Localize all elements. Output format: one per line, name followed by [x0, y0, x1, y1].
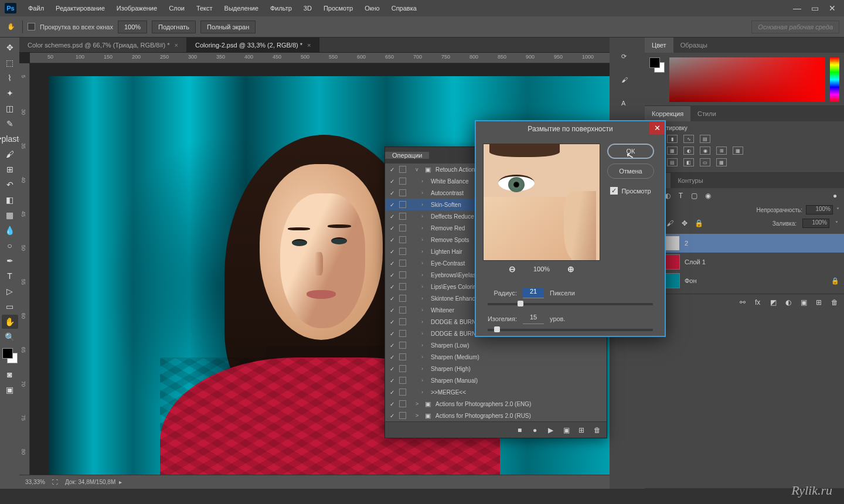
history-brush-tool[interactable]: ↶	[2, 178, 18, 192]
action-dialog-toggle[interactable]	[399, 224, 406, 231]
quickmask-tool[interactable]: ◙	[2, 367, 18, 382]
action-dialog-toggle[interactable]	[399, 342, 406, 349]
marquee-tool[interactable]: ⬚	[2, 56, 18, 70]
wand-tool[interactable]: ✦	[2, 86, 18, 100]
lasso-tool[interactable]: ⌇	[2, 71, 18, 85]
action-check[interactable]: ✓	[389, 224, 396, 231]
opacity-input[interactable]: 100%	[806, 205, 833, 214]
action-dialog-toggle[interactable]	[399, 400, 406, 407]
action-row[interactable]: ✓›Sharpen (Manual)	[385, 374, 607, 386]
adj-layer-icon[interactable]: ◐	[785, 298, 794, 307]
fit-button[interactable]: Подогнать	[152, 21, 196, 33]
expand-icon[interactable]: ›	[421, 331, 427, 336]
type-tool[interactable]: T	[2, 269, 18, 283]
action-check[interactable]: ✓	[389, 201, 396, 208]
close-icon[interactable]: ✕	[825, 3, 839, 13]
screenmode-tool[interactable]: ▣	[2, 383, 18, 397]
expand-icon[interactable]: ›	[421, 213, 427, 219]
action-row[interactable]: ✓›>>MERGE<<	[385, 386, 607, 398]
link-layers-icon[interactable]: ⚯	[740, 298, 748, 307]
action-check[interactable]: ✓	[389, 213, 396, 220]
workspace-label[interactable]: Основная рабочая среда	[751, 21, 839, 33]
layer-filter-icon[interactable]: ◉	[703, 192, 712, 200]
action-dialog-toggle[interactable]	[399, 271, 406, 278]
poster-adj-icon[interactable]: ▤	[667, 158, 678, 166]
action-check[interactable]: ✓	[389, 330, 396, 337]
action-dialog-toggle[interactable]	[399, 412, 406, 419]
maximize-icon[interactable]: ▭	[808, 3, 822, 13]
expand-icon[interactable]: ›	[421, 190, 427, 196]
action-dialog-toggle[interactable]	[399, 307, 406, 314]
radius-input[interactable]: 21	[523, 288, 544, 298]
action-dialog-toggle[interactable]	[399, 318, 406, 325]
layer-row[interactable]: Слой 1	[645, 253, 844, 271]
expand-icon[interactable]: >	[416, 401, 421, 407]
menu-изображение[interactable]: Изображение	[111, 2, 163, 14]
layer-filter-icon[interactable]: ▢	[690, 192, 699, 200]
color-swatch[interactable]	[2, 348, 18, 363]
crop-tool[interactable]: ◫	[2, 101, 18, 115]
action-check[interactable]: ✓	[389, 412, 396, 419]
curves-adj-icon[interactable]: ∿	[683, 135, 694, 143]
expand-icon[interactable]: ›	[421, 272, 427, 278]
action-check[interactable]: ✓	[389, 178, 396, 185]
expand-icon[interactable]: ›	[421, 377, 427, 383]
action-check[interactable]: ✓	[389, 365, 396, 372]
tab-coloring2[interactable]: Coloring-2.psd @ 33,3% (2, RGB/8) *×	[187, 38, 319, 52]
expand-icon[interactable]: ›	[421, 202, 427, 207]
panel-color-swatch[interactable]	[649, 57, 665, 73]
brush-panel-icon[interactable]: 🖌	[621, 76, 633, 88]
menu-просмотр[interactable]: Просмотр	[318, 2, 359, 14]
action-dialog-toggle[interactable]	[399, 283, 406, 290]
layer-name[interactable]: Фон	[685, 277, 697, 284]
action-row[interactable]: ✓>▣Actions for Photographers 2.0 (RUS)	[385, 410, 607, 421]
blur-tool[interactable]: 💧	[2, 223, 18, 237]
layer-filter-icon[interactable]: T	[676, 192, 685, 200]
stamp-tool[interactable]: ⊞	[2, 162, 18, 176]
trash-icon[interactable]: 🗑	[594, 426, 602, 434]
lock-all-icon[interactable]: 🔒	[695, 219, 703, 228]
action-dialog-toggle[interactable]	[399, 353, 406, 360]
expand-icon[interactable]: ›	[421, 366, 427, 372]
play-icon[interactable]: ▶	[548, 426, 556, 434]
tab-swatches[interactable]: Образцы	[673, 38, 714, 53]
dodge-tool[interactable]: ○	[2, 239, 18, 253]
minimize-icon[interactable]: ―	[790, 3, 804, 13]
shape-tool[interactable]: ▭	[2, 299, 18, 314]
record-icon[interactable]: ●	[533, 426, 541, 434]
photo-filter-icon[interactable]: ◉	[700, 147, 710, 155]
menu-справка[interactable]: Справка	[386, 2, 423, 14]
menu-слои[interactable]: Слои	[163, 2, 190, 14]
action-check[interactable]: ✓	[389, 166, 396, 173]
lock-pos-icon[interactable]: ✥	[680, 219, 689, 228]
scroll-all-checkbox[interactable]	[28, 23, 35, 30]
action-row[interactable]: ✓›Sharpen (Medium)	[385, 351, 607, 363]
zoom-value-button[interactable]: 100%	[118, 21, 147, 33]
radius-slider[interactable]	[488, 303, 653, 305]
status-zoom[interactable]: 33,33%	[25, 479, 45, 485]
eraser-tool[interactable]: ◧	[2, 193, 18, 207]
action-dialog-toggle[interactable]	[399, 166, 406, 173]
actions-tab[interactable]: Операции	[385, 152, 429, 159]
layer-filter-toggle[interactable]: ●	[831, 192, 839, 200]
action-dialog-toggle[interactable]	[399, 330, 406, 337]
tab-colorschemes[interactable]: Color schemes.psd @ 66,7% (Триада, RGB/8…	[19, 38, 187, 52]
menu-редактирование[interactable]: Редактирование	[50, 2, 111, 14]
expand-icon[interactable]: ›	[421, 342, 427, 348]
action-dialog-toggle[interactable]	[399, 178, 406, 185]
expand-icon[interactable]: ›	[421, 284, 427, 290]
action-row[interactable]: ✓›Sharpen (Low)	[385, 339, 607, 351]
action-check[interactable]: ✓	[389, 318, 396, 325]
lock-paint-icon[interactable]: 🖌	[665, 219, 674, 228]
gradmap-adj-icon[interactable]: ▭	[700, 158, 710, 166]
new-action-icon[interactable]: ⊞	[578, 426, 587, 434]
action-check[interactable]: ✓	[389, 236, 396, 243]
layer-name[interactable]: 2	[685, 240, 688, 247]
tab-paths[interactable]: Контуры	[671, 173, 710, 188]
action-check[interactable]: ✓	[389, 400, 396, 407]
action-check[interactable]: ✓	[389, 248, 396, 255]
expand-icon[interactable]: ›	[421, 260, 427, 266]
expand-icon[interactable]: ›	[421, 319, 427, 325]
tab-close-icon[interactable]: ×	[307, 42, 311, 49]
exposure-adj-icon[interactable]: ▤	[700, 135, 710, 143]
